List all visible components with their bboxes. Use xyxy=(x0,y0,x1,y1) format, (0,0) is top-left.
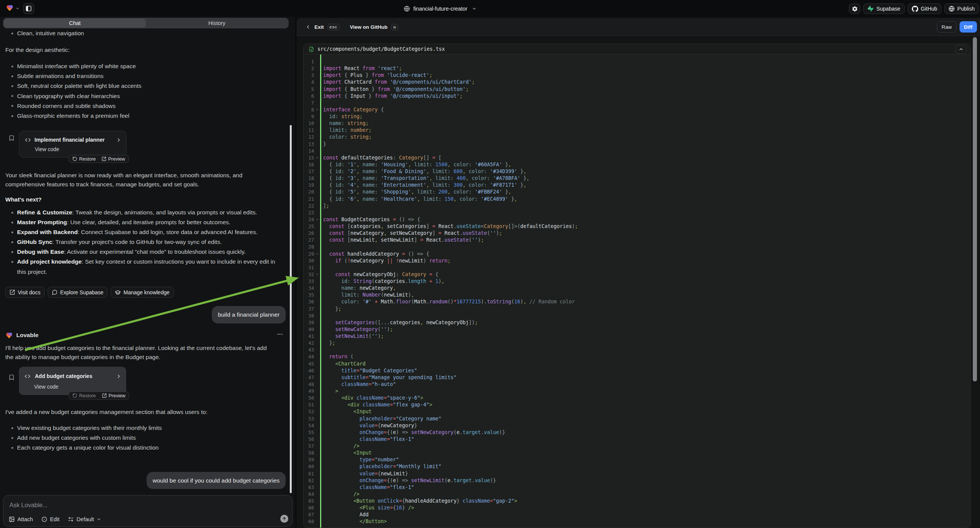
code-token: subtitle xyxy=(323,375,366,380)
message-bullet-list: Minimalist interface with plenty of whit… xyxy=(5,61,280,121)
diff-button[interactable]: Diff xyxy=(959,21,977,33)
preview-button[interactable]: Preview xyxy=(102,393,126,398)
code-line: 48 className="h-auto" xyxy=(304,381,970,388)
preview-external-link-icon xyxy=(102,156,107,161)
code-token: () xyxy=(447,299,453,305)
fold-chevron-icon[interactable] xyxy=(315,252,319,256)
code-icon xyxy=(25,137,31,143)
code-token: string xyxy=(347,134,369,140)
explore-supabase-label: Explore Supabase xyxy=(60,289,103,296)
code-line: 17 { id: '2', name: 'Food & Dining', lim… xyxy=(304,168,970,175)
code-line: 53 placeholder="Category name" xyxy=(304,415,970,422)
supabase-button[interactable]: Supabase xyxy=(863,3,904,14)
line-number: 40 xyxy=(304,326,314,333)
settings-button[interactable] xyxy=(849,3,860,14)
publish-button[interactable]: Publish xyxy=(944,3,979,14)
logo-chevron-down-icon[interactable] xyxy=(16,6,20,11)
code-line-text: title="Budget Categories" xyxy=(323,367,417,374)
code-line: 58 <Input xyxy=(304,450,970,456)
project-selector[interactable]: financial-future-creator xyxy=(404,3,477,14)
message-options-button[interactable]: ••• xyxy=(277,332,283,336)
send-button[interactable] xyxy=(280,515,288,523)
panel-left-icon xyxy=(25,5,32,12)
fold-chevron-icon[interactable] xyxy=(315,108,319,111)
code-line-text: { id: '2', name: 'Food & Dining', limit:… xyxy=(323,168,527,175)
bullet-item: Glass-morphic elements for a premium fee… xyxy=(5,111,280,121)
chat-input-box[interactable]: Ask Lovable... Attach Edit Default xyxy=(3,495,293,527)
code-token: newLimit xyxy=(381,471,405,477)
collapse-file-button[interactable] xyxy=(956,45,966,54)
code-token: '#EC4899' xyxy=(478,196,508,202)
bullet-bold-lead: Add project knowledge xyxy=(17,258,82,265)
bookmark-icon[interactable] xyxy=(8,374,15,381)
mode-selector[interactable]: Default xyxy=(68,516,101,522)
edit-mode-button[interactable]: Edit xyxy=(41,516,59,522)
raw-button[interactable]: Raw xyxy=(937,21,956,33)
code-line-text: import { Button } from '@/components/ui/… xyxy=(323,86,469,93)
explore-supabase-button[interactable]: Explore Supabase xyxy=(48,287,108,298)
line-number: 48 xyxy=(304,381,314,388)
lovable-logo-heart-icon[interactable] xyxy=(6,4,14,12)
preview-label: Preview xyxy=(108,156,125,162)
code-token: } xyxy=(517,182,523,188)
code-token: <Input xyxy=(323,409,372,414)
code-line-text: const [newCategory, setNewCategory] = Re… xyxy=(323,230,502,237)
visit-docs-button[interactable]: Visit docs xyxy=(5,287,45,298)
fold-chevron-icon[interactable] xyxy=(315,218,319,221)
version-card-implement-financial-planner[interactable]: Implement financial planner View code xyxy=(19,131,127,157)
code-line-text: import { Plus } from 'lucide-react'; xyxy=(323,72,432,79)
code-token: ; xyxy=(466,86,469,92)
attach-button[interactable]: Attach xyxy=(9,516,33,522)
chevron-right-icon[interactable] xyxy=(116,137,122,143)
code-token: "flex-1" xyxy=(390,484,414,490)
code-token: number xyxy=(347,127,369,133)
fold-chevron-icon[interactable] xyxy=(315,156,319,159)
code-token: 400 xyxy=(453,175,466,181)
tab-chat[interactable]: Chat xyxy=(4,19,146,28)
code-token: newLimit xyxy=(350,237,375,243)
code-token: value xyxy=(323,471,375,477)
manage-knowledge-button[interactable]: Manage knowledge xyxy=(111,287,173,298)
sidebar-toggle-button[interactable] xyxy=(23,3,34,14)
line-number: 3 xyxy=(304,72,314,79)
fold-chevron-icon[interactable] xyxy=(315,273,319,276)
restore-button[interactable]: Restore xyxy=(72,393,96,398)
bookmark-icon[interactable] xyxy=(8,135,15,141)
bullet-item: Rounded corners and subtle shadows xyxy=(5,101,280,111)
view-code-link[interactable]: View code xyxy=(19,379,126,390)
whats-next-list: Refine & Customize: Tweak the design, an… xyxy=(5,208,286,277)
chat-scrollbar[interactable] xyxy=(290,125,292,493)
arrow-up-icon xyxy=(282,516,287,521)
code-panel-scrollbar[interactable] xyxy=(973,37,977,382)
code-line: 35 limit: Number(newLimit), xyxy=(304,292,970,299)
code-token: length xyxy=(408,278,426,284)
code-token: ; xyxy=(332,340,335,346)
exit-button[interactable]: Exit xyxy=(314,24,324,30)
restore-button[interactable]: Restore xyxy=(72,156,96,162)
tab-history[interactable]: History xyxy=(146,19,288,28)
input-actions-row: Attach Edit Default xyxy=(9,516,101,522)
code-line-text: color: string; xyxy=(323,134,372,140)
code-editor-area[interactable]: 12import React from 'react';3import { Pl… xyxy=(304,54,970,528)
code-token: : xyxy=(396,272,399,277)
github-button[interactable]: GitHub xyxy=(908,3,942,14)
chat-scroll-area[interactable]: Clean, intuitive navigation For the desi… xyxy=(0,28,295,495)
code-token: Number xyxy=(360,292,381,298)
code-token: , xyxy=(356,169,360,174)
preview-button[interactable]: Preview xyxy=(102,156,125,162)
code-token: setNewLimit xyxy=(378,237,414,243)
message-circle-icon xyxy=(52,289,57,295)
version-card-add-budget-categories[interactable]: Add budget categories View code xyxy=(19,367,126,395)
code-line-text: <Input xyxy=(323,450,372,456)
view-code-link[interactable]: View code xyxy=(19,143,126,152)
file-header[interactable]: src/components/budget/BudgetCategories.t… xyxy=(304,44,970,54)
code-token: 'Healthcare' xyxy=(378,196,417,202)
code-token: 200 xyxy=(435,189,447,195)
code-token: '#' xyxy=(360,299,372,305)
view-on-github-button[interactable]: View on GitHub xyxy=(350,24,388,30)
line-number: 18 xyxy=(304,175,314,182)
code-token: 1 xyxy=(432,278,438,284)
chevron-right-icon[interactable] xyxy=(116,374,122,379)
code-line: 41 setNewLimit(''); xyxy=(304,333,970,340)
code-token: id: xyxy=(335,162,344,167)
